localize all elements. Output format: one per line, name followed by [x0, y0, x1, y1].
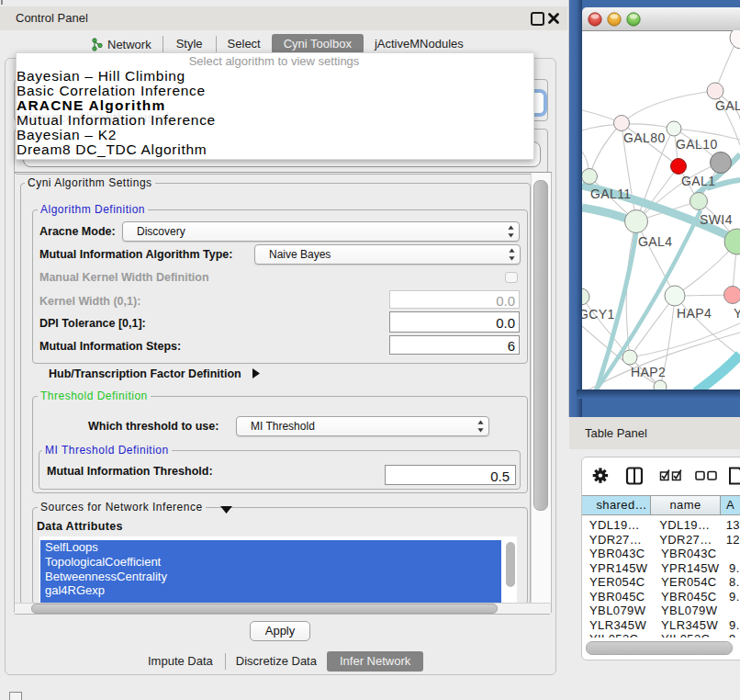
svg-text:GCY1: GCY1 [582, 307, 615, 322]
svg-text:GAL80: GAL80 [623, 130, 666, 145]
svg-text:GAL4: GAL4 [638, 234, 672, 249]
svg-text:YJ: YJ [734, 306, 740, 321]
svg-text:GAL2: GAL2 [715, 98, 740, 113]
svg-text:SWI4: SWI4 [700, 212, 733, 227]
svg-text:GAL11: GAL11 [590, 186, 632, 201]
svg-text:HAP4: HAP4 [677, 306, 712, 321]
svg-text:GAL10: GAL10 [676, 137, 718, 152]
svg-text:HAP2: HAP2 [631, 365, 666, 379]
svg-text:GAL1: GAL1 [681, 174, 715, 188]
